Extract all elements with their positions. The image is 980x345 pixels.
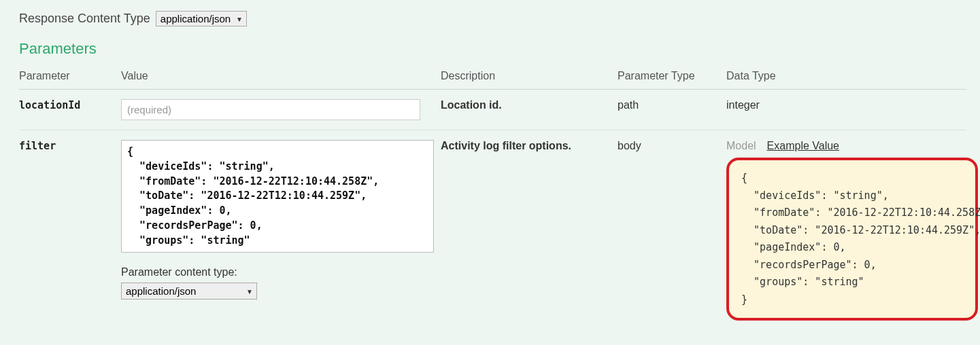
filter-description: Activity log filter options. xyxy=(441,140,571,151)
filter-body-textarea[interactable]: { "deviceIds": "string", "fromDate": "20… xyxy=(121,140,434,253)
parameter-content-type-label: Parameter content type: xyxy=(121,266,434,278)
col-header-parameter: Parameter xyxy=(19,65,121,90)
locationid-datatype: integer xyxy=(726,90,966,130)
example-value-box[interactable]: { "deviceIds": "string", "fromDate": "20… xyxy=(726,158,978,321)
param-name-filter: filter xyxy=(19,140,56,152)
parameters-table: Parameter Value Description Parameter Ty… xyxy=(19,65,966,330)
response-content-type-label: Response Content Type xyxy=(19,12,150,26)
table-row: locationId Location id. path integer xyxy=(19,90,966,130)
tab-example-value[interactable]: Example Value xyxy=(767,140,839,152)
parameter-content-type-select[interactable]: application/json xyxy=(121,283,257,299)
table-row: filter { "deviceIds": "string", "fromDat… xyxy=(19,130,966,331)
col-header-paramtype: Parameter Type xyxy=(618,65,726,90)
locationid-paramtype: path xyxy=(618,90,726,130)
filter-paramtype: body xyxy=(618,130,726,331)
locationid-description: Location id. xyxy=(441,99,502,111)
col-header-datatype: Data Type xyxy=(726,65,966,90)
col-header-value: Value xyxy=(121,65,441,90)
col-header-description: Description xyxy=(441,65,618,90)
tab-model[interactable]: Model xyxy=(726,140,756,152)
parameters-heading: Parameters xyxy=(19,40,966,58)
locationid-input[interactable] xyxy=(121,99,420,120)
param-name-locationid: locationId xyxy=(19,99,80,111)
response-content-type-select[interactable]: application/json xyxy=(156,11,247,26)
